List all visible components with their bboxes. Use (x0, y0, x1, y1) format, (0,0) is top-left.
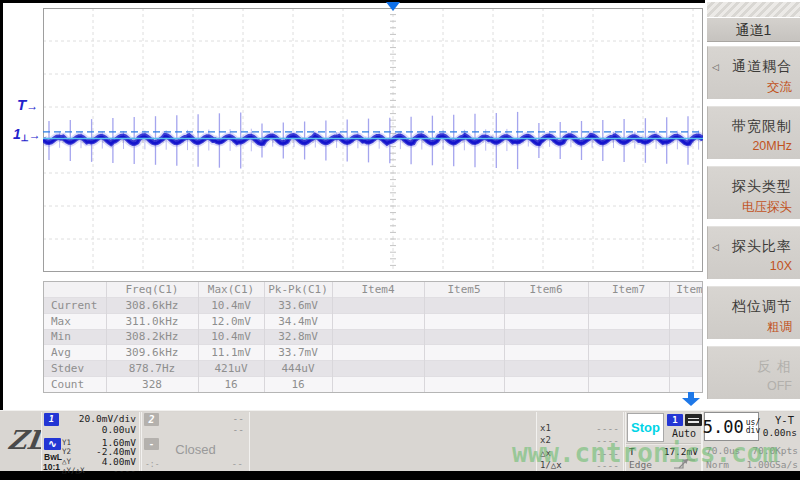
timebase-value: 5.00 (703, 417, 744, 437)
table-cell (669, 345, 703, 361)
table-row: Avg309.6kHz11.1mV33.7mV (44, 345, 703, 361)
measurement-table: Freq(C1)Max(C1)Pk-Pk(C1)Item4Item5Item6I… (44, 282, 703, 392)
trigger-source-badge: 1 (667, 414, 683, 426)
menu-item-5[interactable]: 档位调节粗调 (707, 286, 800, 339)
table-cell (332, 298, 424, 314)
display-mode: Y-T (775, 414, 794, 426)
table-cell (424, 329, 504, 345)
channel2-status[interactable]: 2 -- -- - Closed -:- -- (141, 412, 250, 471)
table-cell (588, 360, 669, 376)
table-cell (588, 298, 669, 314)
menu-item-value: 电压探头 (742, 199, 792, 216)
cursor-row-label: x1 (540, 423, 551, 433)
table-cell: 309.6kHz (106, 345, 198, 361)
table-cell: 34.4mV (264, 313, 332, 329)
menu-title: 通道1 (707, 18, 800, 42)
table-cell: 308.2kHz (106, 329, 198, 345)
table-header-row: Freq(C1)Max(C1)Pk-Pk(C1)Item4Item5Item6I… (44, 282, 703, 298)
table-row: Max311.0kHz12.0mV34.4mV (44, 313, 703, 329)
channel2-offset: -- (233, 424, 244, 435)
cursor-label: Y1 (62, 438, 71, 447)
menu-item-4[interactable]: ◁探头比率10X (707, 226, 800, 279)
channel1-zero-marker[interactable]: 1⊥→ (13, 126, 41, 143)
table-cell: 33.7mV (264, 345, 332, 361)
menu-item-label: 通道耦合 (732, 58, 792, 76)
table-cell (332, 329, 424, 345)
menu-scroll-down-icon[interactable] (681, 392, 701, 407)
column-header: Item6 (504, 282, 588, 298)
measurement-panel: Freq(C1)Max(C1)Pk-Pk(C1)Item4Item5Item6I… (43, 281, 703, 393)
table-cell: 308.6kHz (106, 298, 198, 314)
channel2-state: Closed (142, 442, 249, 457)
trigger-level-marker[interactable]: T→ (17, 96, 38, 113)
table-cell (504, 345, 588, 361)
menu-item-2[interactable]: 带宽限制20MHz (707, 106, 800, 159)
menu-item-6: 反 相OFF (707, 346, 800, 399)
channel1-badge: 1 (44, 413, 59, 426)
table-cell: 878.7Hz (106, 360, 198, 376)
trigger-position-marker-icon[interactable] (386, 2, 400, 11)
table-row: Stdev878.7Hz421uV444uV (44, 360, 703, 376)
right-arrow-icon: → (29, 128, 41, 142)
column-header: Max(C1) (198, 282, 264, 298)
menu-item-label: 探头类型 (732, 178, 792, 196)
channel1-scale: 20.0mV/div (79, 413, 136, 424)
menu-item-value: 交流 (767, 79, 792, 96)
table-cell: 32.8mV (264, 329, 332, 345)
column-header (44, 282, 106, 298)
column-header: Item5 (424, 282, 504, 298)
menu-item-label: 档位调节 (732, 298, 792, 316)
waveform-display[interactable] (43, 8, 703, 272)
row-label: Max (44, 313, 106, 329)
ground-icon: ⊥ (21, 133, 29, 143)
table-cell (504, 313, 588, 329)
menu-item-3[interactable]: 探头类型电压探头 (707, 166, 800, 219)
table-cell (424, 298, 504, 314)
table-row: Min308.2kHz10.4mV32.8mV (44, 329, 703, 345)
timebase-scale-box[interactable]: 5.00 us/div (704, 412, 759, 441)
cursor-value: ---- (113, 465, 136, 476)
row-label: Count (44, 376, 106, 392)
table-cell: 10.4mV (198, 298, 264, 314)
menu-item-value: 10X (770, 259, 792, 273)
trigger-delay: 0.00ns (763, 427, 797, 438)
table-cell: 10.4mV (198, 329, 264, 345)
waveform-plot (43, 8, 703, 272)
right-arrow-icon: → (26, 99, 38, 113)
timebase-unit: us/div (746, 419, 760, 435)
channel-menu: 通道1 ◁通道耦合交流带宽限制20MHz探头类型电压探头◁探头比率10X档位调节… (705, 0, 800, 410)
table-cell (669, 298, 703, 314)
table-cell: 11.1mV (198, 345, 264, 361)
table-cell: 33.6mV (264, 298, 332, 314)
table-cell: 16 (264, 376, 332, 392)
table-cell: 311.0kHz (106, 313, 198, 329)
table-cell (669, 376, 703, 392)
channel1-status[interactable]: 1 20.0mV/div 0.00uV ∿ BwL 10:1 Y11.60mVY… (41, 412, 140, 471)
table-cell: 12.0mV (198, 313, 264, 329)
menu-item-value: 粗调 (767, 319, 792, 336)
left-border (0, 0, 3, 472)
table-cell (504, 376, 588, 392)
submenu-left-arrow-icon: ◁ (712, 242, 719, 252)
row-label: Current (44, 298, 106, 314)
column-header: Item8 (669, 282, 703, 298)
table-cell: 16 (198, 376, 264, 392)
table-cell (669, 329, 703, 345)
menu-item-value: 20MHz (752, 139, 792, 153)
table-cell (332, 345, 424, 361)
column-header: Freq(C1) (106, 282, 198, 298)
row-label: Min (44, 329, 106, 345)
watermark: www.cntronics.com (512, 438, 778, 468)
table-cell (504, 298, 588, 314)
cursor-label: △Y/△X (62, 466, 85, 475)
table-cell: 444uV (264, 360, 332, 376)
channel2-left-value: -:- (145, 460, 159, 469)
table-row: Current308.6kHz10.4mV33.6mV (44, 298, 703, 314)
top-border (0, 0, 706, 3)
probe-ratio-flag: 10:1 (43, 462, 60, 472)
menu-item-value: OFF (767, 379, 792, 393)
channel1-offset: 0.00uV (102, 424, 136, 435)
table-cell (504, 329, 588, 345)
menu-item-1[interactable]: ◁通道耦合交流 (707, 46, 800, 99)
channel1-marker-label: 1 (13, 126, 21, 142)
